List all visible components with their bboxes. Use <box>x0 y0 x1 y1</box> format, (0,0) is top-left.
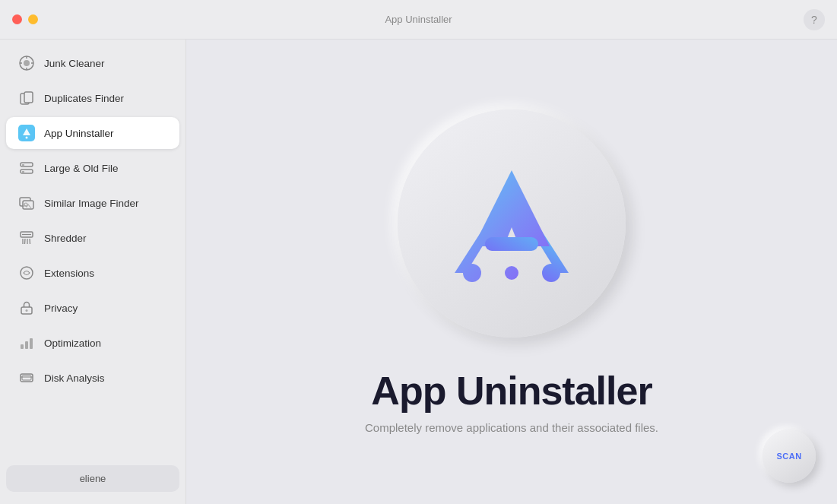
app-icon-circle <box>398 109 626 338</box>
svg-rect-27 <box>25 341 28 349</box>
optimization-label: Optimization <box>44 338 101 349</box>
main-layout: Junk Cleaner Duplicates Finder <box>0 40 837 504</box>
sidebar-item-large-old-file[interactable]: Large & Old File <box>6 152 179 184</box>
minimize-button[interactable] <box>28 14 38 24</box>
svg-rect-32 <box>485 237 538 251</box>
svg-point-35 <box>505 266 518 280</box>
shredder-icon <box>18 230 35 246</box>
large-old-file-icon <box>18 160 35 176</box>
shredder-label: Shredder <box>44 233 87 244</box>
sidebar-item-optimization[interactable]: Optimization <box>6 327 179 359</box>
scan-button[interactable]: SCAN <box>762 430 816 483</box>
sidebar-item-shredder[interactable]: Shredder <box>6 222 179 254</box>
duplicates-finder-label: Duplicates Finder <box>44 93 124 104</box>
sidebar-item-junk-cleaner[interactable]: Junk Cleaner <box>6 47 179 79</box>
title-bar: App Uninstaller ? <box>0 0 837 40</box>
sidebar-item-privacy[interactable]: Privacy <box>6 292 179 324</box>
sidebar-item-similar-image-finder[interactable]: Similar Image Finder <box>6 187 179 219</box>
svg-rect-26 <box>21 344 24 349</box>
duplicates-finder-icon <box>18 90 35 106</box>
content-subtitle: Completely remove applications and their… <box>365 421 658 434</box>
traffic-lights <box>12 14 38 24</box>
app-uninstaller-logo <box>443 155 580 292</box>
privacy-label: Privacy <box>44 303 78 314</box>
window-title: App Uninstaller <box>385 14 452 25</box>
main-content: App Uninstaller Completely remove applic… <box>186 40 837 504</box>
junk-cleaner-label: Junk Cleaner <box>44 58 105 69</box>
svg-rect-7 <box>24 92 33 103</box>
svg-point-25 <box>26 309 28 312</box>
optimization-icon <box>18 334 35 351</box>
svg-point-34 <box>542 264 560 282</box>
sidebar-spacer <box>0 395 185 459</box>
sidebar-item-disk-analysis[interactable]: Disk Analysis <box>6 362 179 394</box>
svg-point-23 <box>21 267 33 279</box>
extensions-label: Extensions <box>44 268 94 279</box>
similar-image-finder-label: Similar Image Finder <box>44 198 139 209</box>
svg-line-20 <box>25 239 26 244</box>
sidebar-item-duplicates-finder[interactable]: Duplicates Finder <box>6 82 179 114</box>
junk-cleaner-icon <box>18 55 35 71</box>
app-uninstaller-label: App Uninstaller <box>44 128 114 139</box>
svg-line-22 <box>30 239 30 244</box>
svg-point-33 <box>463 264 481 282</box>
privacy-icon <box>18 300 35 316</box>
user-profile[interactable]: eliene <box>6 465 179 492</box>
svg-rect-28 <box>30 338 33 349</box>
sidebar: Junk Cleaner Duplicates Finder <box>0 40 186 504</box>
disk-analysis-label: Disk Analysis <box>44 372 105 384</box>
svg-point-1 <box>24 60 30 66</box>
extensions-icon <box>18 265 35 281</box>
svg-rect-30 <box>22 376 31 380</box>
similar-image-finder-icon <box>18 195 35 211</box>
disk-analysis-icon <box>18 369 35 386</box>
svg-rect-13 <box>22 171 24 173</box>
sidebar-item-extensions[interactable]: Extensions <box>6 257 179 289</box>
close-button[interactable] <box>12 14 22 24</box>
large-old-file-label: Large & Old File <box>44 163 119 174</box>
sidebar-item-app-uninstaller[interactable]: App Uninstaller <box>6 117 179 149</box>
content-title: App Uninstaller <box>371 368 652 414</box>
svg-rect-12 <box>22 164 24 166</box>
app-uninstaller-icon <box>18 125 35 141</box>
svg-point-9 <box>26 137 28 139</box>
help-button[interactable]: ? <box>804 9 825 30</box>
